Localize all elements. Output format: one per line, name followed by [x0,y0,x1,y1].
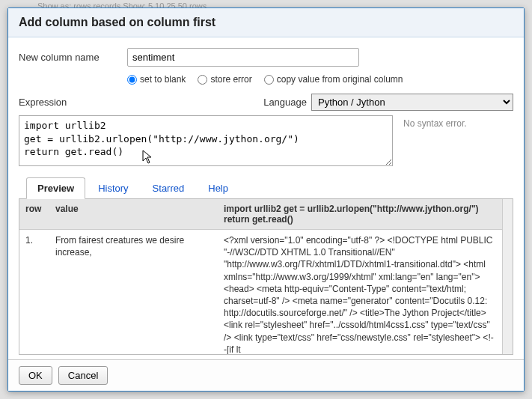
preview-header-value: value [49,199,218,230]
new-column-label: New column name [19,52,127,63]
tab-help[interactable]: Help [197,177,239,199]
cell-row-number: 1. [19,230,49,355]
tab-starred[interactable]: Starred [141,177,196,199]
language-label: Language [263,97,307,108]
expression-textarea[interactable]: import urllib2 get = urllib2.urlopen("ht… [19,115,393,166]
preview-header-result: import urllib2 get = urllib2.urlopen("ht… [218,199,502,230]
result-tabs: Preview History Starred Help [19,177,513,199]
tab-preview[interactable]: Preview [26,177,85,199]
preview-table: row value import urllib2 get = urllib2.u… [19,199,502,354]
preview-scrollbar[interactable] [502,199,513,354]
dialog-title: Add column based on column first [8,8,524,37]
radio-set-to-blank[interactable]: set to blank [127,74,186,85]
radio-copy-value[interactable]: copy value from original column [264,74,403,85]
add-column-dialog: Add column based on column first New col… [7,7,525,392]
tab-history[interactable]: History [87,177,139,199]
language-select[interactable]: Python / Jython [311,94,513,111]
preview-header-row: row [19,199,49,230]
radio-store-error[interactable]: store error [198,74,251,85]
cell-value: From fairest creatures we desire increas… [49,230,218,355]
cell-result: <?xml version="1.0" encoding="utf-8" ?> … [218,230,502,355]
on-error-radio-group: set to blank store error copy value from… [127,74,513,85]
cancel-button[interactable]: Cancel [58,366,108,385]
syntax-status: No syntax error. [400,115,513,166]
expression-label: Expression [19,97,67,108]
new-column-name-input[interactable] [127,48,359,67]
ok-button[interactable]: OK [19,366,52,385]
table-row: 1. From fairest creatures we desire incr… [19,230,502,355]
